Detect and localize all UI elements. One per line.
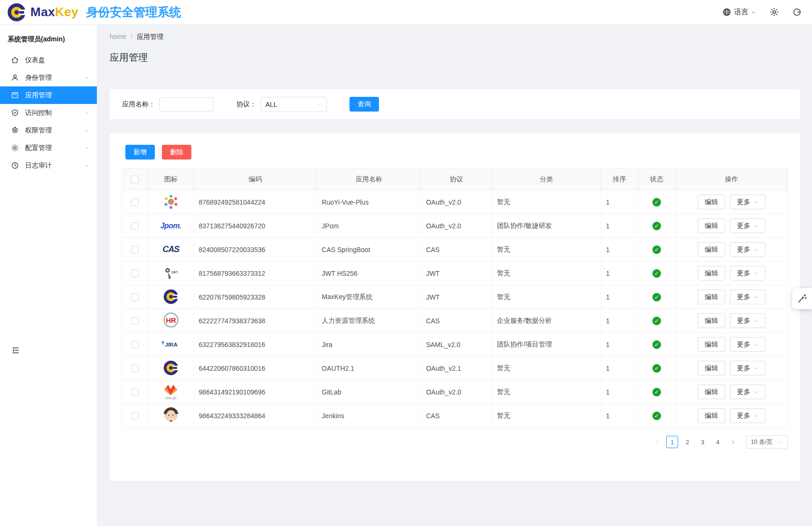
table-header-row: 图标编码应用名称协议分类排序状态操作 bbox=[122, 169, 788, 190]
edit-button[interactable]: 编辑 bbox=[698, 385, 725, 399]
cell-category: 暂无 bbox=[492, 190, 601, 214]
app-logo-maxkey-icon bbox=[163, 288, 179, 305]
select-all-checkbox[interactable] bbox=[131, 176, 139, 183]
svg-text:JIRA: JIRA bbox=[165, 342, 177, 348]
sidebar-item-identity[interactable]: 身份管理 bbox=[0, 69, 97, 86]
sidebar-item-config[interactable]: 配置管理 bbox=[0, 139, 97, 157]
row-checkbox[interactable] bbox=[131, 341, 139, 348]
edit-button[interactable]: 编辑 bbox=[698, 242, 725, 257]
theme-tool-button[interactable] bbox=[792, 288, 812, 309]
row-checkbox[interactable] bbox=[131, 270, 139, 277]
row-checkbox[interactable] bbox=[131, 412, 139, 420]
more-button[interactable]: 更多 bbox=[730, 361, 765, 376]
chevron-down-icon bbox=[754, 390, 758, 394]
protocol-label: 协议： bbox=[236, 100, 256, 109]
sidebar-item-audit[interactable]: 日志审计 bbox=[0, 157, 97, 174]
edit-button[interactable]: 编辑 bbox=[698, 313, 725, 328]
page-button-2[interactable]: 2 bbox=[681, 436, 693, 448]
page-size-select[interactable]: 10 条/页 bbox=[746, 435, 788, 449]
more-button[interactable]: 更多 bbox=[730, 337, 765, 352]
status-enabled-icon: ✓ bbox=[652, 388, 661, 396]
settings-gear-button[interactable] bbox=[769, 7, 779, 17]
cell-code: 644220607860310016 bbox=[194, 357, 317, 380]
row-checkbox[interactable] bbox=[131, 222, 139, 230]
language-dropdown[interactable]: 语言 bbox=[722, 8, 756, 17]
protocol-select[interactable]: ALL bbox=[260, 97, 327, 112]
row-checkbox[interactable] bbox=[131, 198, 139, 206]
edit-button[interactable]: 编辑 bbox=[698, 408, 725, 423]
next-page-button[interactable] bbox=[727, 436, 739, 448]
more-button[interactable]: 更多 bbox=[730, 408, 765, 423]
search-button[interactable]: 查询 bbox=[349, 97, 379, 112]
sidebar-collapse-button[interactable] bbox=[11, 346, 20, 355]
cell-category: 团队协作/敏捷研发 bbox=[492, 214, 601, 238]
more-button[interactable]: 更多 bbox=[730, 218, 765, 233]
config-icon bbox=[11, 144, 19, 152]
chevron-down-icon bbox=[754, 200, 758, 205]
magic-wand-icon bbox=[797, 293, 807, 304]
edit-button[interactable]: 编辑 bbox=[698, 361, 725, 376]
row-checkbox[interactable] bbox=[131, 317, 139, 325]
brand: MaxKey 身份安全管理系统 bbox=[7, 2, 181, 23]
cell-code: 622076759805923328 bbox=[194, 285, 317, 309]
globe-icon bbox=[722, 8, 731, 17]
sidebar-item-label: 权限管理 bbox=[25, 126, 78, 135]
row-checkbox[interactable] bbox=[131, 388, 139, 396]
chevron-down-icon bbox=[754, 366, 758, 371]
cell-protocol: OAuth_v2.0 bbox=[421, 380, 492, 404]
cell-code: 824008507220033536 bbox=[194, 238, 317, 262]
edit-button[interactable]: 编辑 bbox=[698, 290, 725, 304]
cell-code: 622227747938373638 bbox=[194, 309, 317, 333]
sidebar-item-permission[interactable]: 权限管理 bbox=[0, 122, 97, 139]
cell-app-name: OAUTH2.1 bbox=[317, 357, 421, 380]
status-enabled-icon: ✓ bbox=[652, 293, 661, 301]
app-name-input[interactable] bbox=[159, 97, 214, 112]
row-checkbox[interactable] bbox=[131, 246, 139, 254]
edit-button[interactable]: 编辑 bbox=[698, 337, 725, 352]
table-row: 876892492581044224RuoYi-Vue-PlusOAuth_v2… bbox=[122, 190, 788, 214]
breadcrumb-home-link[interactable]: home bbox=[110, 33, 126, 41]
chevron-down-icon bbox=[754, 295, 758, 300]
page-size-value: 10 条/页 bbox=[751, 438, 773, 446]
logout-button[interactable] bbox=[793, 8, 802, 17]
brand-subtitle: 身份安全管理系统 bbox=[86, 4, 181, 20]
table-row: 622076759805923328MaxKey管理系统JWT暂无1✓编辑更多 bbox=[122, 285, 788, 309]
chevron-down-icon bbox=[751, 10, 756, 15]
col-header-5: 分类 bbox=[492, 169, 601, 190]
more-button[interactable]: 更多 bbox=[730, 266, 765, 281]
sidebar-item-apps[interactable]: 应用管理 bbox=[0, 86, 97, 104]
cell-protocol: SAML_v2.0 bbox=[421, 333, 492, 357]
page-button-3[interactable]: 3 bbox=[697, 436, 708, 448]
more-button[interactable]: 更多 bbox=[730, 290, 765, 304]
cell-code: 986432249333284864 bbox=[194, 404, 317, 428]
more-button[interactable]: 更多 bbox=[730, 313, 765, 328]
row-checkbox[interactable] bbox=[131, 365, 139, 372]
delete-button[interactable]: 删除 bbox=[162, 145, 191, 160]
prev-page-button[interactable] bbox=[651, 436, 663, 448]
add-button[interactable]: 新增 bbox=[125, 145, 155, 160]
sidebar-item-access[interactable]: 访问控制 bbox=[0, 104, 97, 122]
edit-button[interactable]: 编辑 bbox=[698, 266, 725, 281]
cell-category: 团队协作/项目管理 bbox=[492, 333, 601, 357]
page-button-4[interactable]: 4 bbox=[712, 436, 724, 448]
row-checkbox[interactable] bbox=[131, 293, 139, 301]
sidebar-item-dashboard[interactable]: 仪表盘 bbox=[0, 51, 97, 69]
status-enabled-icon: ✓ bbox=[652, 317, 661, 325]
svg-text:JWT: JWT bbox=[171, 270, 179, 273]
page-button-1[interactable]: 1 bbox=[666, 436, 678, 448]
edit-button[interactable]: 编辑 bbox=[698, 218, 725, 233]
identity-icon bbox=[11, 74, 19, 82]
cell-sort: 1 bbox=[601, 238, 638, 262]
cell-code: 837136275440926720 bbox=[194, 214, 317, 238]
cell-app-name: Jenkins bbox=[317, 404, 421, 428]
cell-category: 企业服务/数据分析 bbox=[492, 309, 601, 333]
edit-button[interactable]: 编辑 bbox=[698, 195, 725, 209]
more-button[interactable]: 更多 bbox=[730, 195, 765, 209]
more-button[interactable]: 更多 bbox=[730, 385, 765, 399]
app-logo-ruoyi-icon bbox=[162, 193, 179, 210]
table-row: JIRA632279563832918016JiraSAML_v2.0团队协作/… bbox=[122, 333, 788, 357]
brand-name-secondary: Key bbox=[55, 5, 78, 19]
more-button[interactable]: 更多 bbox=[730, 242, 765, 257]
breadcrumb: home / 应用管理 bbox=[110, 25, 800, 41]
cell-protocol: OAuth_v2.1 bbox=[421, 357, 492, 380]
